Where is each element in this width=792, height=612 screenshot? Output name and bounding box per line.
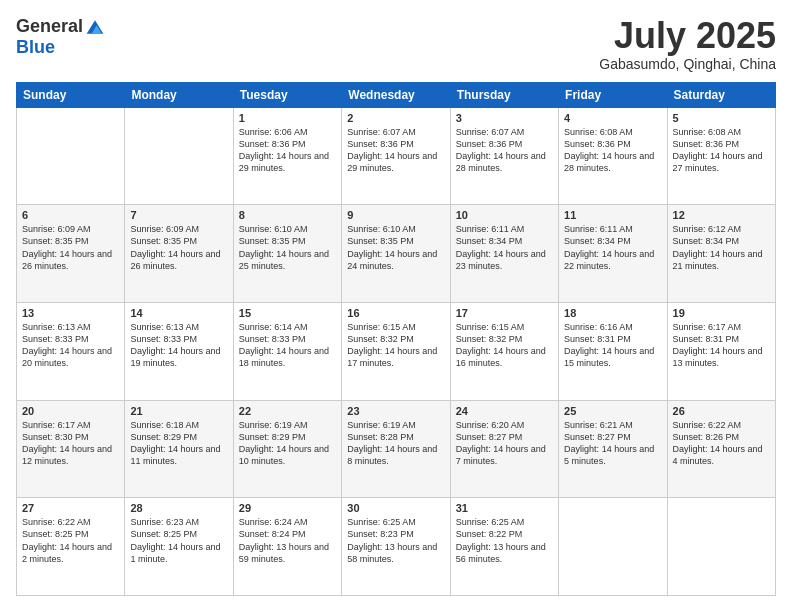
calendar-cell: 8Sunrise: 6:10 AM Sunset: 8:35 PM Daylig… — [233, 205, 341, 303]
day-number: 20 — [22, 405, 119, 417]
calendar-week-4: 20Sunrise: 6:17 AM Sunset: 8:30 PM Dayli… — [17, 400, 776, 498]
day-number: 22 — [239, 405, 336, 417]
logo: General Blue — [16, 16, 105, 58]
calendar-cell: 7Sunrise: 6:09 AM Sunset: 8:35 PM Daylig… — [125, 205, 233, 303]
calendar-cell: 29Sunrise: 6:24 AM Sunset: 8:24 PM Dayli… — [233, 498, 341, 596]
day-info: Sunrise: 6:17 AM Sunset: 8:31 PM Dayligh… — [673, 321, 770, 370]
calendar-cell: 31Sunrise: 6:25 AM Sunset: 8:22 PM Dayli… — [450, 498, 558, 596]
day-number: 26 — [673, 405, 770, 417]
calendar-cell: 15Sunrise: 6:14 AM Sunset: 8:33 PM Dayli… — [233, 302, 341, 400]
day-info: Sunrise: 6:19 AM Sunset: 8:29 PM Dayligh… — [239, 419, 336, 468]
calendar-cell: 12Sunrise: 6:12 AM Sunset: 8:34 PM Dayli… — [667, 205, 775, 303]
day-number: 14 — [130, 307, 227, 319]
page: General Blue July 2025 Gabasumdo, Qingha… — [0, 0, 792, 612]
day-number: 19 — [673, 307, 770, 319]
calendar-cell — [17, 107, 125, 205]
calendar-cell: 23Sunrise: 6:19 AM Sunset: 8:28 PM Dayli… — [342, 400, 450, 498]
day-info: Sunrise: 6:13 AM Sunset: 8:33 PM Dayligh… — [22, 321, 119, 370]
day-number: 2 — [347, 112, 444, 124]
day-info: Sunrise: 6:08 AM Sunset: 8:36 PM Dayligh… — [564, 126, 661, 175]
weekday-header-sunday: Sunday — [17, 82, 125, 107]
calendar-cell: 19Sunrise: 6:17 AM Sunset: 8:31 PM Dayli… — [667, 302, 775, 400]
calendar-cell: 11Sunrise: 6:11 AM Sunset: 8:34 PM Dayli… — [559, 205, 667, 303]
calendar-cell: 2Sunrise: 6:07 AM Sunset: 8:36 PM Daylig… — [342, 107, 450, 205]
calendar-cell: 5Sunrise: 6:08 AM Sunset: 8:36 PM Daylig… — [667, 107, 775, 205]
calendar-cell: 28Sunrise: 6:23 AM Sunset: 8:25 PM Dayli… — [125, 498, 233, 596]
weekday-header-monday: Monday — [125, 82, 233, 107]
day-number: 15 — [239, 307, 336, 319]
calendar-cell: 10Sunrise: 6:11 AM Sunset: 8:34 PM Dayli… — [450, 205, 558, 303]
calendar-cell: 30Sunrise: 6:25 AM Sunset: 8:23 PM Dayli… — [342, 498, 450, 596]
day-info: Sunrise: 6:14 AM Sunset: 8:33 PM Dayligh… — [239, 321, 336, 370]
calendar-cell: 26Sunrise: 6:22 AM Sunset: 8:26 PM Dayli… — [667, 400, 775, 498]
day-number: 6 — [22, 209, 119, 221]
day-number: 9 — [347, 209, 444, 221]
calendar-cell — [559, 498, 667, 596]
day-info: Sunrise: 6:15 AM Sunset: 8:32 PM Dayligh… — [456, 321, 553, 370]
weekday-header-row: SundayMondayTuesdayWednesdayThursdayFrid… — [17, 82, 776, 107]
calendar-cell: 20Sunrise: 6:17 AM Sunset: 8:30 PM Dayli… — [17, 400, 125, 498]
day-number: 10 — [456, 209, 553, 221]
calendar-week-1: 1Sunrise: 6:06 AM Sunset: 8:36 PM Daylig… — [17, 107, 776, 205]
day-info: Sunrise: 6:22 AM Sunset: 8:25 PM Dayligh… — [22, 516, 119, 565]
day-number: 8 — [239, 209, 336, 221]
logo-blue: Blue — [16, 37, 55, 58]
calendar-cell: 24Sunrise: 6:20 AM Sunset: 8:27 PM Dayli… — [450, 400, 558, 498]
day-info: Sunrise: 6:20 AM Sunset: 8:27 PM Dayligh… — [456, 419, 553, 468]
day-number: 18 — [564, 307, 661, 319]
calendar-cell: 9Sunrise: 6:10 AM Sunset: 8:35 PM Daylig… — [342, 205, 450, 303]
day-info: Sunrise: 6:16 AM Sunset: 8:31 PM Dayligh… — [564, 321, 661, 370]
calendar-cell: 22Sunrise: 6:19 AM Sunset: 8:29 PM Dayli… — [233, 400, 341, 498]
logo-icon — [85, 17, 105, 37]
location-subtitle: Gabasumdo, Qinghai, China — [599, 56, 776, 72]
day-number: 16 — [347, 307, 444, 319]
day-info: Sunrise: 6:24 AM Sunset: 8:24 PM Dayligh… — [239, 516, 336, 565]
day-number: 21 — [130, 405, 227, 417]
day-number: 24 — [456, 405, 553, 417]
day-number: 17 — [456, 307, 553, 319]
day-info: Sunrise: 6:17 AM Sunset: 8:30 PM Dayligh… — [22, 419, 119, 468]
calendar-cell: 16Sunrise: 6:15 AM Sunset: 8:32 PM Dayli… — [342, 302, 450, 400]
day-number: 31 — [456, 502, 553, 514]
day-info: Sunrise: 6:10 AM Sunset: 8:35 PM Dayligh… — [239, 223, 336, 272]
calendar-table: SundayMondayTuesdayWednesdayThursdayFrid… — [16, 82, 776, 596]
weekday-header-saturday: Saturday — [667, 82, 775, 107]
month-title: July 2025 — [599, 16, 776, 56]
weekday-header-thursday: Thursday — [450, 82, 558, 107]
day-number: 30 — [347, 502, 444, 514]
day-info: Sunrise: 6:07 AM Sunset: 8:36 PM Dayligh… — [456, 126, 553, 175]
title-block: July 2025 Gabasumdo, Qinghai, China — [599, 16, 776, 72]
calendar-cell: 1Sunrise: 6:06 AM Sunset: 8:36 PM Daylig… — [233, 107, 341, 205]
day-number: 3 — [456, 112, 553, 124]
logo-general: General — [16, 16, 83, 37]
day-info: Sunrise: 6:21 AM Sunset: 8:27 PM Dayligh… — [564, 419, 661, 468]
day-info: Sunrise: 6:18 AM Sunset: 8:29 PM Dayligh… — [130, 419, 227, 468]
day-number: 28 — [130, 502, 227, 514]
calendar-week-2: 6Sunrise: 6:09 AM Sunset: 8:35 PM Daylig… — [17, 205, 776, 303]
day-number: 12 — [673, 209, 770, 221]
calendar-week-3: 13Sunrise: 6:13 AM Sunset: 8:33 PM Dayli… — [17, 302, 776, 400]
calendar-cell: 6Sunrise: 6:09 AM Sunset: 8:35 PM Daylig… — [17, 205, 125, 303]
day-number: 29 — [239, 502, 336, 514]
day-info: Sunrise: 6:11 AM Sunset: 8:34 PM Dayligh… — [456, 223, 553, 272]
day-number: 4 — [564, 112, 661, 124]
calendar-cell — [667, 498, 775, 596]
day-number: 11 — [564, 209, 661, 221]
weekday-header-friday: Friday — [559, 82, 667, 107]
day-number: 23 — [347, 405, 444, 417]
day-number: 13 — [22, 307, 119, 319]
day-info: Sunrise: 6:11 AM Sunset: 8:34 PM Dayligh… — [564, 223, 661, 272]
calendar-cell: 3Sunrise: 6:07 AM Sunset: 8:36 PM Daylig… — [450, 107, 558, 205]
day-info: Sunrise: 6:09 AM Sunset: 8:35 PM Dayligh… — [130, 223, 227, 272]
day-info: Sunrise: 6:12 AM Sunset: 8:34 PM Dayligh… — [673, 223, 770, 272]
day-info: Sunrise: 6:23 AM Sunset: 8:25 PM Dayligh… — [130, 516, 227, 565]
day-info: Sunrise: 6:22 AM Sunset: 8:26 PM Dayligh… — [673, 419, 770, 468]
day-number: 25 — [564, 405, 661, 417]
day-info: Sunrise: 6:07 AM Sunset: 8:36 PM Dayligh… — [347, 126, 444, 175]
day-number: 5 — [673, 112, 770, 124]
day-info: Sunrise: 6:15 AM Sunset: 8:32 PM Dayligh… — [347, 321, 444, 370]
day-info: Sunrise: 6:25 AM Sunset: 8:22 PM Dayligh… — [456, 516, 553, 565]
calendar-cell: 17Sunrise: 6:15 AM Sunset: 8:32 PM Dayli… — [450, 302, 558, 400]
header: General Blue July 2025 Gabasumdo, Qingha… — [16, 16, 776, 72]
calendar-cell: 21Sunrise: 6:18 AM Sunset: 8:29 PM Dayli… — [125, 400, 233, 498]
